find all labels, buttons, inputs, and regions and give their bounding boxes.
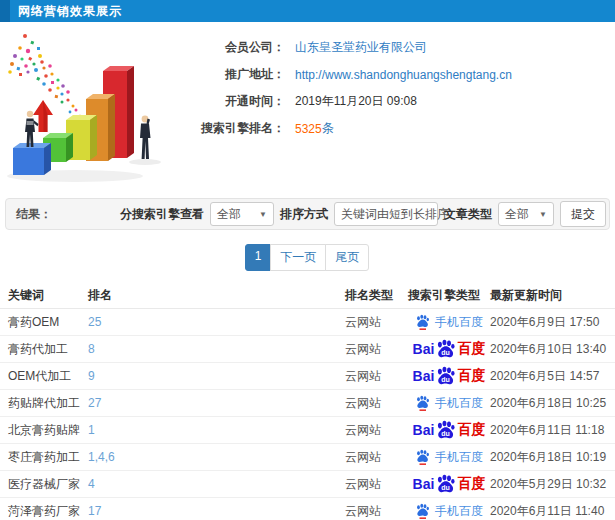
baidu-paw-icon	[415, 449, 430, 465]
member-info-panel: 会员公司： 山东皇圣堂药业有限公司 推广地址： http://www.shand…	[185, 22, 512, 190]
header-rank-type: 排名类型	[345, 287, 408, 304]
keyword-cell: 药贴牌代加工	[8, 395, 88, 412]
updated-time-cell: 2020年6月11日 11:18	[490, 422, 615, 439]
rank-type-cell: 云网站	[345, 503, 408, 520]
bar-blue	[13, 143, 51, 175]
sort-select[interactable]: 关键词由短到长排序 ▼	[334, 202, 438, 226]
info-section: 会员公司： 山东皇圣堂药业有限公司 推广地址： http://www.shand…	[0, 22, 615, 190]
baidu-paw-icon: du	[435, 474, 456, 495]
open-time-value: 2019年11月20日 09:08	[295, 93, 417, 110]
filter-bar: 结果： 分搜索引擎查看 全部 ▼ 排序方式 关键词由短到长排序 ▼ 文章类型 全…	[5, 198, 610, 230]
businessman-left	[25, 111, 39, 147]
rank-link[interactable]: 1,4,6	[88, 450, 345, 464]
baidu-logo: Bai du 百度	[413, 420, 486, 441]
filter-controls: 分搜索引擎查看 全部 ▼ 排序方式 关键词由短到长排序 ▼ 文章类型 全部 ▼ …	[120, 201, 606, 227]
keyword-cell: 膏药OEM	[8, 314, 88, 331]
rank-count-value: 5325	[295, 122, 322, 136]
baidu-logo-bai: Bai	[413, 341, 435, 357]
rank-link[interactable]: 8	[88, 342, 345, 356]
article-type-select-value: 全部	[505, 206, 529, 223]
updated-time-cell: 2020年6月11日 11:40	[490, 503, 615, 520]
table-header-row: 关键词 排名 排名类型 搜索引擎类型 最新更新时间	[0, 282, 615, 309]
keyword-cell: OEM代加工	[8, 368, 88, 385]
keyword-cell: 枣庄膏药加工	[8, 449, 88, 466]
mobile-baidu-label: 手机百度	[435, 314, 483, 331]
baidu-logo-bai: Bai	[413, 368, 435, 384]
header-engine-type: 搜索引擎类型	[408, 287, 490, 304]
sort-select-value: 关键词由短到长排序	[341, 206, 449, 223]
rank-link[interactable]: 9	[88, 369, 345, 383]
rank-type-cell: 云网站	[345, 341, 408, 358]
bar-chart-illustration	[0, 26, 185, 188]
baidu-logo-cn: 百度	[457, 475, 485, 493]
engine-cell: Bai du 百度	[408, 474, 490, 495]
engine-cell: Bai du 百度	[408, 420, 490, 441]
baidu-logo: Bai du 百度	[413, 366, 486, 387]
mobile-baidu-logo: 手机百度	[415, 449, 483, 466]
rank-link[interactable]: 25	[88, 315, 345, 329]
promo-url-label: 推广地址：	[185, 66, 285, 83]
up-arrow-icon	[33, 100, 53, 132]
table-row: OEM代加工 9 云网站 Bai du 百度 2020年6月5日 14:57	[0, 363, 615, 390]
rank-count-unit: 条	[322, 120, 334, 137]
updated-time-cell: 2020年6月18日 10:19	[490, 449, 615, 466]
baidu-logo-cn: 百度	[457, 340, 485, 358]
article-type-select[interactable]: 全部 ▼	[498, 202, 554, 226]
info-row-rank-count: 搜索引擎排名： 5325条	[185, 115, 512, 142]
baidu-logo-bai: Bai	[413, 476, 435, 492]
businessman-right	[140, 116, 151, 159]
table-row: 医疗器械厂家 4 云网站 Bai du 百度 2020年5月29日 10:32	[0, 471, 615, 498]
baidu-logo: Bai du 百度	[413, 339, 486, 360]
mobile-baidu-logo: 手机百度	[415, 314, 483, 331]
growth-chart-image	[0, 26, 185, 188]
next-page-button[interactable]: 下一页	[270, 244, 326, 271]
baidu-paw-icon: du	[435, 339, 456, 360]
table-body: 膏药OEM 25 云网站 手机百度 2020年6月9日 17:50 膏药代加工 …	[0, 309, 615, 520]
last-page-button[interactable]: 尾页	[325, 244, 369, 271]
rank-link[interactable]: 17	[88, 504, 345, 518]
header-bar: 网络营销效果展示	[0, 0, 615, 22]
info-row-company: 会员公司： 山东皇圣堂药业有限公司	[185, 34, 512, 61]
info-row-open-time: 开通时间： 2019年11月20日 09:08	[185, 88, 512, 115]
chevron-down-icon: ▼	[259, 210, 267, 219]
table-row: 药贴牌代加工 27 云网站 手机百度 2020年6月18日 10:25	[0, 390, 615, 417]
pagination: 1 下一页 尾页	[0, 244, 615, 271]
baidu-paw-icon: du	[435, 366, 456, 387]
svg-text:du: du	[442, 430, 451, 437]
baidu-logo: Bai du 百度	[413, 474, 486, 495]
rank-type-cell: 云网站	[345, 368, 408, 385]
engine-cell: 手机百度	[408, 449, 490, 466]
rank-type-cell: 云网站	[345, 422, 408, 439]
updated-time-cell: 2020年6月18日 10:25	[490, 395, 615, 412]
table-row: 膏药OEM 25 云网站 手机百度 2020年6月9日 17:50	[0, 309, 615, 336]
svg-text:du: du	[442, 349, 451, 356]
rank-type-cell: 云网站	[345, 395, 408, 412]
header-keyword: 关键词	[8, 287, 88, 304]
baidu-paw-icon	[415, 503, 430, 519]
results-table: 关键词 排名 排名类型 搜索引擎类型 最新更新时间 膏药OEM 25 云网站 手…	[0, 282, 615, 520]
updated-time-cell: 2020年5月29日 10:32	[490, 476, 615, 493]
header-rank: 排名	[88, 287, 345, 304]
submit-button[interactable]: 提交	[560, 201, 606, 227]
table-row: 北京膏药贴牌 1 云网站 Bai du 百度 2020年6月11日 11:18	[0, 417, 615, 444]
rank-link[interactable]: 27	[88, 396, 345, 410]
header-updated: 最新更新时间	[490, 287, 615, 304]
company-link[interactable]: 山东皇圣堂药业有限公司	[295, 39, 427, 56]
rank-type-cell: 云网站	[345, 314, 408, 331]
promo-url-link[interactable]: http://www.shandonghuangshengtang.cn	[295, 68, 512, 82]
keyword-cell: 菏泽膏药厂家	[8, 503, 88, 520]
mobile-baidu-label: 手机百度	[435, 503, 483, 520]
baidu-logo-bai: Bai	[413, 422, 435, 438]
svg-text:du: du	[442, 484, 451, 491]
keyword-cell: 膏药代加工	[8, 341, 88, 358]
info-row-url: 推广地址： http://www.shandonghuangshengtang.…	[185, 61, 512, 88]
page-1-button[interactable]: 1	[245, 244, 272, 271]
rank-link[interactable]: 1	[88, 423, 345, 437]
article-type-label: 文章类型	[444, 206, 492, 223]
baidu-logo-cn: 百度	[457, 421, 485, 439]
engine-select[interactable]: 全部 ▼	[210, 202, 274, 226]
keyword-cell: 医疗器械厂家	[8, 476, 88, 493]
engine-cell: Bai du 百度	[408, 366, 490, 387]
engine-cell: 手机百度	[408, 395, 490, 412]
rank-link[interactable]: 4	[88, 477, 345, 491]
